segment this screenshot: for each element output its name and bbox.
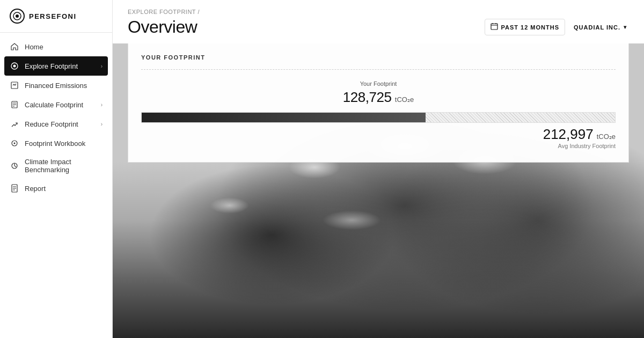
period-selector[interactable]: PAST 12 MONTHS (485, 19, 566, 35)
footprint-section-title: YOUR FOOTPRINT (141, 54, 616, 61)
climate-icon (10, 161, 19, 171)
reduce-icon (10, 119, 19, 129)
main-header: EXPLORE FOOTPRINT / Overview PAST 12 MON… (113, 0, 644, 43)
sidebar-item-climate-impact[interactable]: Climate Impact Benchmarking (0, 153, 112, 179)
industry-info: 212,997 tCO₂e Avg Industry Footprint (141, 126, 616, 149)
svg-point-1 (16, 14, 19, 18)
content-area: YOUR FOOTPRINT Your Footprint 128,725 tC… (113, 43, 644, 338)
svg-point-7 (14, 143, 16, 144)
svg-point-3 (13, 65, 16, 68)
logo-text: PERSEFONI (29, 12, 77, 20)
footprint-bar-fill (142, 113, 426, 122)
footprint-value-row: 128,725 tCO₂e (141, 89, 616, 106)
financed-emissions-icon (10, 80, 19, 90)
sidebar-item-calculate-footprint[interactable]: Calculate Footprint › (0, 95, 112, 114)
chevron-down-icon: ▾ (624, 24, 627, 30)
sidebar-item-label-calculate: Calculate Footprint (25, 101, 96, 109)
company-selector[interactable]: QUADIAL INC. ▾ (572, 21, 629, 34)
divider (141, 69, 616, 70)
svg-rect-4 (11, 82, 18, 89)
sidebar-nav: Home Explore Footprint › Financed Emissi… (0, 33, 112, 338)
bar-hatch-overlay (426, 113, 615, 122)
company-label: QUADIAL INC. (574, 24, 620, 31)
report-icon (10, 183, 19, 193)
footprint-bar-container (141, 112, 616, 123)
chevron-right-icon-calc: › (101, 102, 103, 108)
sidebar-item-reduce-footprint[interactable]: Reduce Footprint › (0, 114, 112, 134)
calculate-icon (10, 100, 19, 109)
sidebar-item-financed-emissions[interactable]: Financed Emissions (0, 76, 112, 95)
industry-unit: tCO₂e (597, 133, 616, 141)
industry-label: Avg Industry Footprint (141, 143, 616, 149)
chevron-right-icon-reduce: › (101, 121, 103, 127)
sidebar-item-explore-footprint[interactable]: Explore Footprint › (4, 56, 108, 76)
period-label: PAST 12 MONTHS (501, 24, 560, 31)
chevron-right-icon: › (101, 63, 103, 69)
sidebar-item-label-workbook: Footprint Workbook (25, 139, 103, 148)
sidebar-item-report[interactable]: Report (0, 179, 112, 198)
home-icon (10, 42, 19, 52)
calendar-icon (491, 23, 498, 32)
sidebar-item-home[interactable]: Home (0, 37, 112, 56)
sidebar-item-label-explore: Explore Footprint (25, 62, 96, 70)
header-row: Overview PAST 12 MONTHS QUADIAL INC. ▾ (128, 17, 629, 43)
sidebar-item-label-report: Report (25, 185, 103, 193)
breadcrumb: EXPLORE FOOTPRINT / (128, 9, 629, 15)
sidebar-item-label-home: Home (25, 43, 103, 51)
sidebar-item-label-climate: Climate Impact Benchmarking (25, 158, 103, 174)
sidebar-item-label-reduce: Reduce Footprint (25, 120, 96, 128)
workbook-icon (10, 138, 19, 148)
explore-icon (10, 61, 19, 71)
sidebar-item-footprint-workbook[interactable]: Footprint Workbook (0, 134, 112, 153)
main-content: EXPLORE FOOTPRINT / Overview PAST 12 MON… (113, 0, 644, 338)
logo-icon (10, 9, 25, 24)
your-footprint-label: Your Footprint (141, 80, 616, 87)
footprint-card: YOUR FOOTPRINT Your Footprint 128,725 tC… (128, 43, 629, 163)
page-title: Overview (128, 17, 197, 37)
footprint-unit: tCO₂e (395, 95, 414, 104)
industry-value-row: 212,997 tCO₂e (141, 126, 616, 143)
logo-area: PERSEFONI (0, 0, 112, 33)
sidebar-item-label-financed: Financed Emissions (25, 82, 103, 90)
svg-rect-10 (491, 24, 497, 30)
header-controls: PAST 12 MONTHS QUADIAL INC. ▾ (485, 19, 630, 35)
industry-value: 212,997 (543, 126, 594, 143)
sidebar: PERSEFONI Home Explore Footprint › (0, 0, 113, 338)
footprint-value: 128,725 (343, 89, 391, 105)
